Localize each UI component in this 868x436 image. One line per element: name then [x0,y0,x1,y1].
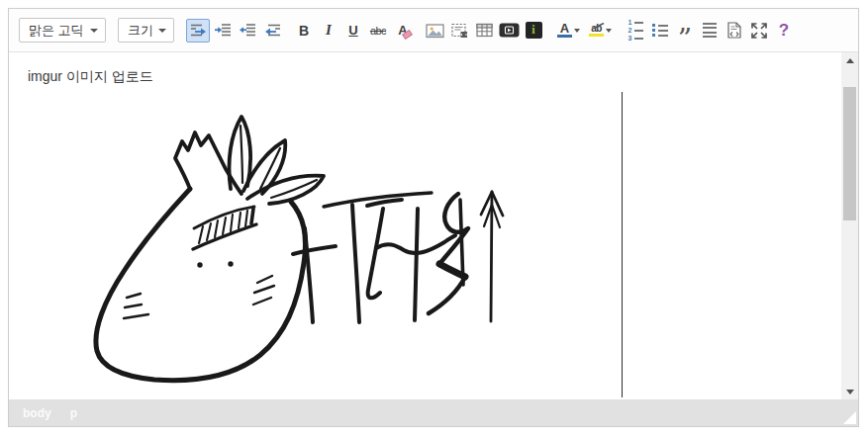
blockquote-button[interactable]: ” [673,19,697,43]
text-caret [622,92,623,397]
table-icon [476,23,493,38]
italic-button[interactable]: I [317,19,340,43]
chevron-down-icon [90,29,98,33]
help-icon: ? [779,21,789,41]
strikethrough-icon: abc [370,25,386,37]
paragraph-ltr-icon [190,23,207,38]
scroll-down-icon [846,390,854,394]
vertical-scrollbar[interactable] [841,52,858,399]
font-family-value: 맑은 고딕 [29,22,84,40]
group-paragraph [186,19,285,43]
chevron-down-icon [158,29,166,33]
justify-button[interactable] [698,19,722,43]
scroll-down-button[interactable] [841,384,858,399]
font-color-bar [557,35,572,39]
highlight-color-button[interactable]: ab [585,19,616,43]
help-button[interactable]: ? [772,19,796,43]
font-color-icon: A [560,23,569,34]
scroll-up-icon [846,58,854,63]
indent-increase-icon [215,23,232,38]
ordered-list-icon: 1 2 3 [628,19,643,43]
italic-icon: I [326,22,332,39]
font-size-select[interactable]: 크기 [118,18,174,43]
remove-format-button[interactable]: A [391,19,415,43]
highlight-color-bar [589,34,604,38]
path-item-body[interactable]: body [23,406,51,420]
chevron-down-icon [606,29,612,33]
path-item-p[interactable]: p [70,406,77,420]
strikethrough-button[interactable]: abc [366,19,390,43]
chevron-down-icon [574,29,580,33]
unordered-list-button[interactable] [648,19,672,43]
fullscreen-button[interactable] [747,19,771,43]
underline-button[interactable]: U [341,19,365,43]
scrollbar-thumb[interactable] [843,87,856,220]
resize-grip[interactable] [843,411,856,424]
imgur-upload-button[interactable]: i [522,19,545,43]
element-path-bar: body p [9,399,858,426]
youtube-button[interactable] [497,19,521,43]
html-source-icon [726,22,742,39]
bold-button[interactable]: B [292,19,316,43]
scroll-up-button[interactable] [841,52,858,68]
youtube-icon [499,23,520,38]
indent-decrease-button[interactable] [236,19,259,43]
toolbar: 맑은 고딕 크기 [9,9,858,52]
bold-icon: B [299,23,309,39]
group-block: 1 2 3 ” [624,19,797,43]
paragraph-rtl-button[interactable] [260,19,284,43]
font-size-value: 크기 [128,22,153,40]
html-source-button[interactable] [723,19,746,43]
indent-increase-button[interactable] [211,19,235,43]
font-color-button[interactable]: A [553,19,584,43]
insert-image-button[interactable] [423,19,446,43]
group-text-style: B I U abc A [292,19,416,43]
imgur-icon: i [526,22,542,39]
font-family-select[interactable]: 맑은 고딕 [19,18,106,43]
paragraph-rtl-icon [264,23,281,38]
doodle-image[interactable] [79,104,520,395]
pen-icon [591,23,606,29]
rich-text-editor: 맑은 고딕 크기 [8,8,859,427]
image-icon [426,23,444,39]
underline-icon: U [348,23,357,38]
editable-content-area[interactable]: imgur 이미지 업로드 [9,52,858,399]
justify-icon [703,22,717,40]
group-insert: i [423,19,546,43]
fullscreen-icon [751,23,767,39]
embed-box-icon [451,23,468,39]
ordered-list-button[interactable]: 1 2 3 [624,19,647,43]
paragraph-ltr-button[interactable] [186,19,210,43]
embed-box-button[interactable] [447,19,471,43]
indent-decrease-icon [240,23,256,38]
unordered-list-icon [652,23,668,38]
group-colors: A ab [553,19,617,43]
content-paragraph[interactable]: imgur 이미지 업로드 [28,68,153,86]
insert-table-button[interactable] [472,19,496,43]
